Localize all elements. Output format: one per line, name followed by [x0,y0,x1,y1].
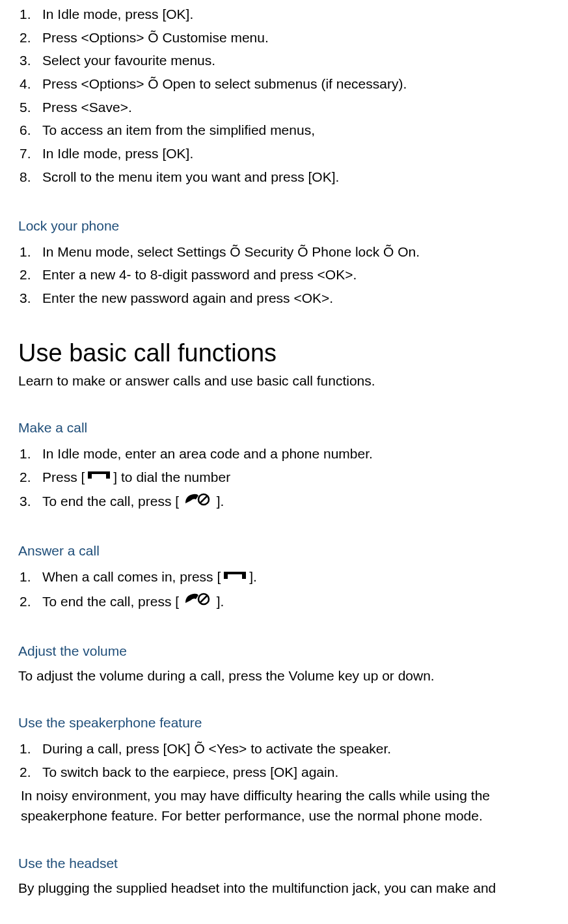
list-item: 5.Press <Save>. [42,96,555,119]
item-num: 2. [20,263,39,287]
list-item: 2.Enter a new 4- to 8-digit password and… [42,263,555,287]
list-item: 1.In Menu mode, select Settings Õ Securi… [42,240,555,264]
speakerphone-list: 1.During a call, press [OK] Õ <Yes> to a… [13,737,555,783]
adjust-volume-heading: Adjust the volume [18,643,555,659]
list-item: 1.In Idle mode, enter an area code and a… [42,442,555,466]
item-text: In Idle mode, enter an area code and a p… [42,446,373,461]
item-num: 1. [20,565,39,589]
item-num: 8. [20,165,39,189]
item-text: To access an item from the simplified me… [42,122,315,137]
svg-line-1 [200,496,207,503]
item-num: 6. [20,119,39,142]
list-item: 3.To end the call, press [ ]. [42,490,555,514]
answer-call-list: 1.When a call comes in, press []. 2.To e… [13,565,555,614]
svg-line-3 [200,596,207,602]
list-item: 4.Press <Options> Õ Open to select subme… [42,72,555,96]
item-num: 1. [20,240,39,264]
list-item: 7.In Idle mode, press [OK]. [42,142,555,165]
item-text: In Idle mode, press [OK]. [42,146,193,161]
list-item: 8.Scroll to the menu item you want and p… [42,165,555,189]
item-num: 3. [20,490,39,513]
item-num: 4. [20,72,39,96]
list-item: 1.When a call comes in, press []. [42,565,555,589]
item-num: 2. [20,26,39,49]
item-text-pre: When a call comes in, press [ [42,569,221,584]
lock-phone-heading: Lock your phone [18,218,555,234]
item-text: Select your favourite menus. [42,53,215,68]
item-text-pre: To end the call, press [ [42,594,183,609]
item-text: During a call, press [OK] Õ <Yes> to act… [42,741,391,756]
headset-text: By plugging the supplied headset into th… [18,878,555,899]
item-text-pre: To end the call, press [ [42,494,183,509]
use-basic-call-text: Learn to make or answer calls and use ba… [18,371,555,391]
item-text: In Menu mode, select Settings Õ Security… [42,244,420,259]
hangup-icon [184,491,211,514]
list-item: 2.To end the call, press [ ]. [42,590,555,614]
item-text: Scroll to the menu item you want and pre… [42,169,339,184]
item-num: 7. [20,142,39,165]
list-item: 1.In Idle mode, press [OK]. [42,3,555,26]
list-item: 6.To access an item from the simplified … [42,119,555,142]
item-text-post: ]. [213,594,224,609]
list-item: 3.Select your favourite menus. [42,49,555,72]
lock-phone-list: 1.In Menu mode, select Settings Õ Securi… [13,240,555,310]
list-item: 1.During a call, press [OK] Õ <Yes> to a… [42,737,555,761]
speakerphone-note: In noisy environment, you may have diffi… [21,785,555,826]
item-num: 2. [20,761,39,784]
item-text: To switch back to the earpiece, press [O… [42,764,338,779]
answer-call-heading: Answer a call [18,543,555,559]
item-text: In Idle mode, press [OK]. [42,7,193,21]
item-text: Enter the new password again and press <… [42,290,333,305]
speakerphone-heading: Use the speakerphone feature [18,715,555,731]
list-item: 2.Press <Options> Õ Customise menu. [42,26,555,49]
list-item: 3.Enter the new password again and press… [42,287,555,310]
item-num: 3. [20,49,39,72]
item-text-pre: Press [ [42,469,85,484]
call-icon [222,567,248,590]
hangup-icon [184,591,211,614]
item-text: Press <Options> Õ Customise menu. [42,30,269,45]
item-num: 1. [20,3,39,26]
list-item: 2.Press [] to dial the number [42,466,555,490]
customise-menu-list: 1.In Idle mode, press [OK]. 2.Press <Opt… [13,3,555,189]
item-num: 3. [20,287,39,310]
item-num: 1. [20,442,39,466]
item-text: Press <Save>. [42,100,132,115]
item-text-post: ]. [249,569,257,584]
item-num: 2. [20,466,39,489]
item-num: 5. [20,96,39,119]
item-text: Press <Options> Õ Open to select submenu… [42,76,407,91]
item-num: 1. [20,737,39,761]
item-text-post: ] to dial the number [113,469,230,484]
use-basic-call-heading: Use basic call functions [18,339,555,367]
list-item: 2.To switch back to the earpiece, press … [42,761,555,784]
item-text-post: ]. [213,494,224,509]
make-call-list: 1.In Idle mode, enter an area code and a… [13,442,555,514]
call-icon [86,466,112,490]
item-num: 2. [20,590,39,613]
make-call-heading: Make a call [18,420,555,436]
headset-heading: Use the headset [18,856,555,871]
item-text: Enter a new 4- to 8-digit password and p… [42,267,357,282]
adjust-volume-text: To adjust the volume during a call, pres… [18,665,555,686]
